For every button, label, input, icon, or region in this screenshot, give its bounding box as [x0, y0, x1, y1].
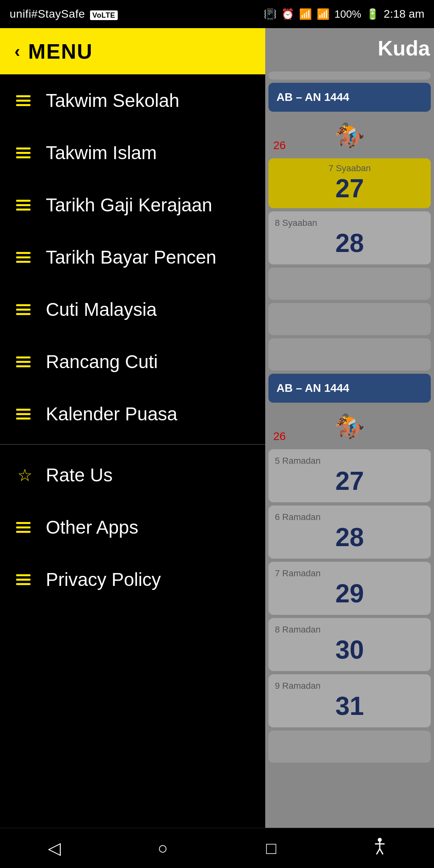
svg-line-4	[380, 849, 383, 854]
bottom-horse-date: 26	[273, 430, 286, 443]
svg-line-3	[377, 849, 380, 854]
menu-item-takwim-sekolah[interactable]: Takwim Sekolah	[0, 74, 265, 127]
date-28-card: 8 Syaaban 28	[268, 211, 431, 264]
accessibility-nav-button[interactable]	[364, 832, 396, 864]
menu-label-cuti-malaysia: Cuti Malaysia	[46, 299, 157, 320]
date-27-card: 7 Syaaban 27	[268, 158, 431, 208]
status-icons: 📳 ⏰ 📶 📶 100% 🔋 2:18 am	[264, 8, 424, 20]
list-icon-cuti-malaysia	[16, 304, 34, 315]
date-28-number: 28	[275, 228, 424, 258]
vibrate-icon: 📳	[264, 8, 276, 20]
date-31-number: 31	[275, 691, 424, 721]
menu-label-takwim-sekolah: Takwim Sekolah	[46, 90, 179, 111]
menu-item-tarikh-gaji[interactable]: Tarikh Gaji Kerajaan	[0, 179, 265, 231]
menu-label-kalender-puasa: Kalender Puasa	[46, 403, 177, 425]
time-text: 2:18 am	[384, 8, 424, 20]
right-panel: Kuda AB – AN 1444 🏇 26 7 Syaaban 27 8 Sy…	[265, 28, 434, 828]
bottom-spacer	[268, 731, 431, 763]
menu-item-rate-us[interactable]: ☆ Rate Us	[0, 449, 265, 501]
top-horse-card: 🏇 26	[268, 115, 431, 155]
menu-item-privacy-policy[interactable]: Privacy Policy	[0, 553, 265, 606]
menu-label-takwim-islam: Takwim Islam	[46, 142, 157, 164]
menu-items-list: Takwim Sekolah Takwim Islam Tarikh Gaji …	[0, 74, 265, 828]
home-nav-button[interactable]: ○	[147, 832, 179, 864]
date-30-sub: 8 Ramadan	[275, 624, 424, 635]
menu-divider	[0, 444, 265, 445]
date-27b-sub: 5 Ramadan	[275, 456, 424, 466]
menu-label-rate-us: Rate Us	[46, 464, 113, 486]
menu-item-tarikh-pencen[interactable]: Tarikh Bayar Pencen	[0, 231, 265, 283]
wifi-icon: 📶	[299, 8, 312, 20]
list-icon-takwim-islam	[16, 147, 34, 158]
accessibility-icon	[371, 837, 389, 859]
top-blue-header: AB – AN 1444	[268, 83, 431, 112]
recents-nav-button[interactable]: □	[255, 832, 287, 864]
navigation-bar: ◁ ○ □	[0, 828, 434, 868]
horse-emoji-top: 🏇	[335, 121, 365, 149]
status-bar: unifi#StaySafe VoLTE 📳 ⏰ 📶 📶 100% 🔋 2:18…	[0, 0, 434, 28]
menu-label-rancang-cuti: Rancang Cuti	[46, 351, 158, 373]
date-28b-card: 6 Ramadan 28	[268, 506, 431, 559]
date-28b-number: 28	[275, 522, 424, 552]
date-31-card: 9 Ramadan 31	[268, 674, 431, 727]
svg-point-0	[378, 838, 382, 842]
menu-item-rancang-cuti[interactable]: Rancang Cuti	[0, 336, 265, 388]
top-horse-date: 26	[273, 139, 286, 152]
list-icon-privacy-policy	[16, 574, 34, 585]
menu-header: ‹ MENU	[0, 28, 265, 74]
menu-label-privacy-policy: Privacy Policy	[46, 569, 161, 590]
list-icon-rancang-cuti	[16, 356, 34, 367]
date-28b-sub: 6 Ramadan	[275, 512, 424, 522]
date-29-card: 7 Ramadan 29	[268, 562, 431, 615]
date-28-sub: 8 Syaaban	[275, 218, 424, 228]
menu-title: MENU	[28, 39, 93, 63]
list-icon-kalender-puasa	[16, 409, 34, 420]
signal-icon: 📶	[317, 8, 330, 20]
list-icon-tarikh-pencen	[16, 252, 34, 263]
spacer-card-3	[268, 338, 431, 371]
date-29-sub: 7 Ramadan	[275, 568, 424, 579]
menu-item-cuti-malaysia[interactable]: Cuti Malaysia	[0, 283, 265, 336]
date-29-number: 29	[275, 579, 424, 608]
battery-text: 100%	[334, 8, 361, 20]
list-icon-tarikh-gaji	[16, 200, 34, 211]
menu-label-other-apps: Other Apps	[46, 516, 138, 538]
carrier-text: unifi#StaySafe VoLTE	[10, 8, 118, 20]
bottom-blue-header: AB – AN 1444	[268, 374, 431, 403]
menu-panel: ‹ MENU Takwim Sekolah Takwim Islam	[0, 28, 265, 828]
date-27b-number: 27	[275, 466, 424, 496]
date-27-number: 27	[273, 174, 426, 203]
list-icon-other-apps	[16, 522, 34, 533]
back-button[interactable]: ‹	[14, 42, 20, 61]
menu-label-tarikh-gaji: Tarikh Gaji Kerajaan	[46, 194, 212, 216]
menu-item-kalender-puasa[interactable]: Kalender Puasa	[0, 388, 265, 440]
menu-item-other-apps[interactable]: Other Apps	[0, 501, 265, 553]
list-icon-takwim-sekolah	[16, 95, 34, 106]
volte-badge: VoLTE	[90, 10, 118, 20]
date-30-number: 30	[275, 635, 424, 665]
date-27b-card: 5 Ramadan 27	[268, 449, 431, 502]
date-30-card: 8 Ramadan 30	[268, 618, 431, 671]
date-31-sub: 9 Ramadan	[275, 681, 424, 691]
alarm-icon: ⏰	[281, 8, 294, 20]
bottom-horse-card: 🏇 26	[268, 406, 431, 446]
back-nav-button[interactable]: ◁	[38, 832, 70, 864]
spacer-card-1	[268, 268, 431, 300]
battery-icon: 🔋	[366, 8, 379, 20]
menu-label-tarikh-pencen: Tarikh Bayar Pencen	[46, 246, 216, 268]
menu-item-takwim-islam[interactable]: Takwim Islam	[0, 127, 265, 179]
top-gray-card	[268, 72, 431, 80]
star-icon: ☆	[16, 465, 34, 485]
date-27-sub: 7 Syaaban	[273, 163, 426, 174]
overlay-container: ‹ MENU Takwim Sekolah Takwim Islam	[0, 28, 434, 828]
spacer-card-2	[268, 303, 431, 335]
app-title: Kuda	[265, 28, 434, 68]
horse-emoji-bottom: 🏇	[335, 412, 365, 440]
